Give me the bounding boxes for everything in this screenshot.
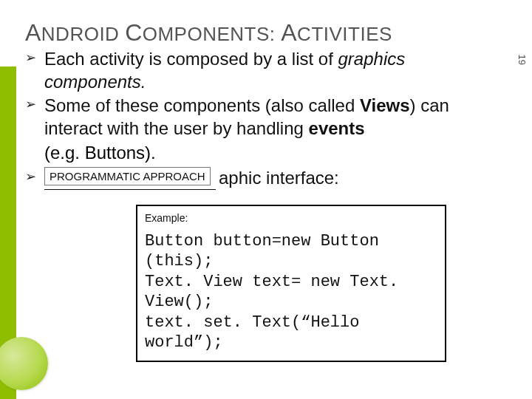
text: . bbox=[141, 72, 146, 92]
bullet-subtext: (e.g. Buttons). bbox=[44, 142, 517, 164]
bullet-item: Each activity is composed by a list of g… bbox=[25, 48, 511, 93]
text: Some of these components (also called bbox=[44, 95, 360, 115]
example-label: Example: bbox=[145, 212, 437, 224]
text-bold: events bbox=[309, 118, 365, 138]
slide-title: ANDROID COMPONENTS: ACTIVITIES bbox=[25, 19, 517, 47]
slide-content: ANDROID COMPONENTS: ACTIVITIES Each acti… bbox=[25, 19, 517, 399]
text: aphic interface: bbox=[219, 168, 339, 188]
bullet-list: PROGRAMMATIC APPROACH aphic interface: bbox=[25, 167, 517, 190]
approach-badge: PROGRAMMATIC APPROACH bbox=[44, 167, 211, 185]
bullet-item: Some of these components (also called Vi… bbox=[25, 95, 511, 140]
example-box: Example: Button button=new Button (this)… bbox=[136, 205, 446, 362]
code-block: Button button=new Button (this); Text. V… bbox=[145, 231, 437, 353]
page-number: 19 bbox=[516, 55, 528, 65]
bullet-list: Each activity is composed by a list of g… bbox=[25, 48, 517, 140]
text-bold: Views bbox=[360, 95, 410, 115]
bullet-item: PROGRAMMATIC APPROACH aphic interface: bbox=[25, 167, 511, 190]
text: Each activity is composed by a list of bbox=[44, 49, 338, 69]
